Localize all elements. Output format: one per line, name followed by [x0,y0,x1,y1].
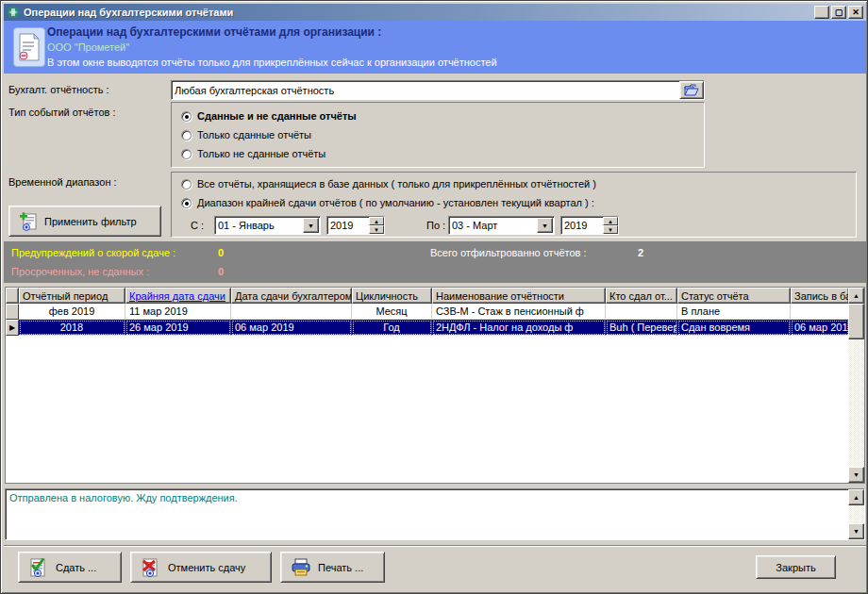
cell-submit-date[interactable] [231,304,352,320]
report-document-icon [13,27,45,67]
submit-report-button[interactable]: Сдать ... [18,552,122,583]
report-comment-text[interactable]: Отправлена в налоговую. Жду подтверждени… [9,492,238,503]
close-button[interactable]: Закрыть [756,555,836,579]
table-header-row: Отчётный период Крайняя дата сдачи Дата … [6,288,849,304]
printer-icon [291,558,311,577]
cell-status[interactable]: В плане [677,304,791,320]
open-folder-icon [684,84,699,96]
table-row[interactable]: фев 2019 11 мар 2019 Месяц СЗВ-М - Стаж … [6,304,849,320]
spin-down-icon[interactable]: ▼ [369,225,384,234]
overdue-label: Просроченных, не сданных : [11,266,149,277]
comment-scrollbar[interactable]: ▲ ▼ [848,489,864,539]
apply-filter-icon [19,212,38,231]
cell-report-name[interactable]: СЗВ-М - Стаж в пенсионный ф [432,304,606,320]
column-header[interactable]: Запись в базу [791,288,849,304]
organization-name: ООО "Прометей" [47,41,859,53]
header-band: Операции над бухгалтерскими отчётами для… [4,21,866,74]
row-gutter-marker: ▶ [6,320,19,336]
cell-who[interactable]: Buh ( Переверзе [606,320,677,336]
cell-cycle[interactable]: Месяц [352,304,432,320]
event-type-label: Тип событий отчётов : [8,107,115,118]
cancel-submission-button[interactable]: Отменить сдачу [130,552,272,583]
dialog-window: Операции над бухгалтерскими отчётами _ ▢… [0,0,868,594]
cell-db-record[interactable]: 06 мар 2019 15: [791,320,849,336]
cell-deadline[interactable]: 26 мар 2019 [125,320,231,336]
cell-period[interactable]: 2018 [19,320,125,336]
event-type-group: Сданные и не сданные отчёты Только сданн… [171,102,705,168]
time-range-group: Все отчёты, хранящиеся в базе данных ( т… [171,172,857,238]
cancel-x-icon [141,557,161,578]
cell-cycle[interactable]: Год [352,320,432,336]
to-year-stepper[interactable]: 2019 ▲ ▼ [560,216,619,235]
spin-up-icon[interactable]: ▲ [369,217,384,225]
total-filtered-value: 2 [638,247,643,258]
spin-down-icon[interactable]: ▼ [603,225,618,234]
cell-submit-date[interactable]: 06 мар 2019 [231,320,352,336]
table-row-selected[interactable]: ▶ 2018 26 мар 2019 06 мар 2019 Год 2НДФЛ… [6,320,849,336]
from-year-stepper[interactable]: 2019 ▲ ▼ [326,216,385,235]
column-header[interactable]: Кто сдал от... [606,288,677,304]
column-header[interactable]: Дата сдачи бухгалтером [231,288,352,304]
header-title: Операции над бухгалтерскими отчётами для… [47,25,859,39]
chevron-down-icon[interactable]: ▼ [537,218,553,233]
scroll-down-icon[interactable]: ▼ [848,467,864,483]
scroll-up-icon[interactable]: ▲ [848,288,864,304]
reports-table: Отчётный период Крайняя дата сдачи Дата … [5,287,865,484]
to-month-select[interactable]: 03 - Март ▼ [448,216,555,235]
cell-period[interactable]: фев 2019 [19,304,125,320]
column-header[interactable]: Статус отчёта [677,288,791,304]
app-icon [7,6,20,19]
column-header[interactable]: Цикличность [352,288,432,304]
radio-icon[interactable] [181,179,192,190]
cell-report-name[interactable]: 2НДФЛ - Налог на доходы ф [432,320,606,336]
row-marker-icon: ▶ [9,323,15,332]
radio-only-submitted[interactable]: Только сданные отчёты [181,129,311,140]
bottom-separator [4,545,866,547]
submit-check-icon [28,557,49,578]
chevron-down-icon[interactable]: ▼ [303,218,319,233]
scroll-up-icon[interactable]: ▲ [848,489,864,505]
radio-icon[interactable] [181,130,192,140]
radio-icon[interactable] [181,111,192,122]
maximize-button[interactable]: ▢ [831,6,846,19]
close-icon[interactable]: ✕ [848,6,863,19]
report-type-field[interactable]: Любая бухгалтерская отчётность [171,80,705,100]
cell-who[interactable] [606,304,677,320]
gutter-header [6,288,19,304]
column-header[interactable]: Наименование отчётности [432,288,606,304]
window-title: Операции над бухгалтерскими отчётами [24,7,814,18]
from-month-select[interactable]: 01 - Январь ▼ [214,216,321,235]
title-bar[interactable]: Операции над бухгалтерскими отчётами _ ▢… [4,4,866,21]
summary-band: Предупреждений о скорой сдаче : 0 Просро… [4,241,866,283]
report-type-value[interactable]: Любая бухгалтерская отчётность [172,81,679,99]
scroll-thumb[interactable] [848,304,864,339]
to-label: По : [426,220,445,231]
spin-up-icon[interactable]: ▲ [603,217,618,225]
radio-icon[interactable] [181,198,192,208]
cell-db-record[interactable] [791,304,849,320]
row-gutter [6,304,19,320]
radio-icon[interactable] [181,149,192,159]
overdue-value: 0 [218,266,224,277]
warnings-label: Предупреждений о скорой сдаче : [11,247,175,258]
apply-filter-button[interactable]: Применить фильтр [8,206,161,237]
column-header[interactable]: Отчётный период [19,288,125,304]
time-range-label: Временной диапазон : [8,176,117,188]
radio-deadline-range[interactable]: Диапазон крайней сдачи отчётов ( по умол… [181,197,594,208]
radio-submitted-and-not[interactable]: Сданные и не сданные отчёты [181,110,357,122]
warnings-value: 0 [218,247,224,258]
table-scrollbar[interactable]: ▲ ▼ [848,288,864,483]
radio-only-not-submitted[interactable]: Только не сданные отчёты [181,148,326,159]
total-filtered-label: Всего отфильтрованно отчётов : [430,247,586,258]
from-label: С : [191,220,204,231]
print-button[interactable]: Печать ... [280,552,385,583]
cell-status[interactable]: Сдан вовремя [677,320,791,336]
radio-all-reports[interactable]: Все отчёты, хранящиеся в базе данных ( т… [181,178,596,190]
report-type-label: Бухгалт. отчётность : [8,84,109,95]
report-comment-box[interactable]: Отправлена в налоговую. Жду подтверждени… [5,488,865,540]
column-header-sorted[interactable]: Крайняя дата сдачи [125,288,231,304]
cell-deadline[interactable]: 11 мар 2019 [125,304,231,320]
minimize-button[interactable]: _ [814,6,829,19]
scroll-down-icon[interactable]: ▼ [848,523,864,539]
report-picker-button[interactable] [679,81,704,99]
